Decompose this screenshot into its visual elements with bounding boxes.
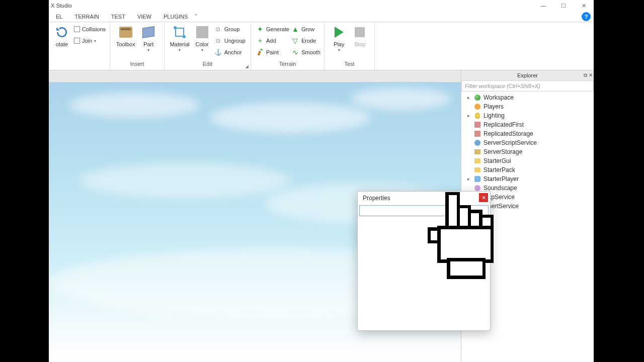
erode-button[interactable]: ▽Erode xyxy=(291,36,320,46)
toolbox-icon xyxy=(118,24,134,40)
grow-label: Grow xyxy=(301,26,314,32)
smooth-button[interactable]: ∿Smooth xyxy=(291,47,320,57)
tree-item-replicatedstorage[interactable]: ReplicatedStorage xyxy=(461,129,594,138)
play-button[interactable]: Play xyxy=(330,24,349,52)
menu-tab-plugins[interactable]: PLUGINS xyxy=(157,11,194,22)
maximize-button[interactable]: ☐ xyxy=(553,0,574,11)
rotate-label: otate xyxy=(56,41,68,47)
tree-item-serverscriptservice[interactable]: ServerScriptService xyxy=(461,138,594,147)
app-window: X Studio — ☐ ✕ EL TERRAIN TEST VIEW PLUG… xyxy=(49,0,594,362)
close-button[interactable]: ✕ xyxy=(574,0,594,11)
ribbon-group-edit: Material Color ⧉Group ⧉Ungroup ⚓Anchor E… xyxy=(165,22,251,70)
color-button[interactable]: Color xyxy=(192,24,212,52)
group-label-edit: Edit◢ xyxy=(169,61,247,69)
globe-icon xyxy=(473,94,481,102)
material-label: Material xyxy=(170,41,190,47)
grow-button[interactable]: ▲Grow xyxy=(291,24,320,34)
color-icon xyxy=(194,24,210,40)
generate-button[interactable]: ✦Generate xyxy=(256,24,289,34)
stop-button[interactable]: Stop xyxy=(351,24,370,47)
tree-item-players[interactable]: Players xyxy=(461,102,594,111)
generate-icon: ✦ xyxy=(256,25,264,33)
tree-item-label: ServerStorage xyxy=(484,148,522,155)
tree-item-starterplayer[interactable]: ▸StarterPlayer xyxy=(461,174,594,184)
join-toggle[interactable]: Join ▾ xyxy=(74,36,106,46)
group-label-insert: Insert xyxy=(114,61,160,69)
tree-item-label: StarterPlayer xyxy=(484,175,519,183)
ribbon-collapse-icon[interactable]: ⌃ xyxy=(194,13,198,20)
properties-title: Properties xyxy=(363,195,390,202)
window-title: X Studio xyxy=(51,3,72,9)
menu-tab-terrain[interactable]: TERRAIN xyxy=(68,11,105,22)
part-button[interactable]: Part xyxy=(138,24,159,52)
group-icon: ⧉ xyxy=(214,25,222,33)
ribbon-group-insert: Toolbox Part Insert xyxy=(110,22,165,70)
panel-undock-icon[interactable]: ⧉ xyxy=(584,72,587,78)
erode-icon: ▽ xyxy=(291,37,299,45)
paint-button[interactable]: Paint xyxy=(256,47,289,57)
collisions-label: Collisions xyxy=(82,26,106,32)
tree-item-label: ReplicatedStorage xyxy=(484,130,533,137)
dialog-launcher-icon[interactable]: ◢ xyxy=(245,64,249,69)
color-label: Color xyxy=(195,41,208,47)
join-label: Join xyxy=(82,38,92,44)
menu-tab-model[interactable]: EL xyxy=(50,11,68,22)
play-icon xyxy=(331,24,347,40)
tree-item-starterpack[interactable]: StarterPack xyxy=(461,165,594,174)
erode-label: Erode xyxy=(301,38,316,44)
ungroup-button[interactable]: ⧉Ungroup xyxy=(214,36,246,46)
rep-icon xyxy=(473,121,481,129)
menu-bar: EL TERRAIN TEST VIEW PLUGINS ⌃ ? xyxy=(49,11,594,22)
material-button[interactable]: Material xyxy=(170,24,190,52)
box-icon xyxy=(473,148,481,156)
smooth-label: Smooth xyxy=(301,49,320,55)
tree-item-label: StarterPack xyxy=(484,166,515,173)
folder-icon xyxy=(473,157,481,165)
collisions-toggle[interactable]: Collisions xyxy=(74,24,106,34)
properties-title-bar[interactable]: Properties ✕ xyxy=(358,192,490,205)
tree-item-replicatedfirst[interactable]: ReplicatedFirst xyxy=(461,120,594,129)
gear-icon xyxy=(473,139,481,147)
rotate-button[interactable]: otate xyxy=(54,24,70,47)
paint-icon xyxy=(256,48,264,56)
ribbon-group-test: Play Stop Test xyxy=(325,22,375,70)
menu-tab-view[interactable]: VIEW xyxy=(131,11,157,22)
minimize-button[interactable]: — xyxy=(533,0,553,11)
checkbox-icon xyxy=(74,26,80,32)
help-icon[interactable]: ? xyxy=(582,12,591,21)
toolbox-label: Toolbox xyxy=(116,41,135,47)
grow-icon: ▲ xyxy=(291,25,299,33)
folder-icon xyxy=(473,166,481,174)
generate-label: Generate xyxy=(266,26,289,32)
material-icon xyxy=(172,24,188,40)
expander-icon[interactable]: ▸ xyxy=(465,113,471,118)
expander-icon[interactable]: ▸ xyxy=(465,95,471,100)
expander-icon[interactable]: ▸ xyxy=(465,176,471,182)
tree-item-label: ServerScriptService xyxy=(484,139,537,146)
menu-tab-test[interactable]: TEST xyxy=(105,11,131,22)
properties-filter-input[interactable] xyxy=(359,205,489,216)
ribbon-group-terrain: ✦Generate ＋Add Paint ▲Grow ▽Erode ∿Smoot… xyxy=(251,22,325,70)
add-terrain-button[interactable]: ＋Add xyxy=(256,36,289,46)
group-button[interactable]: ⧉Group xyxy=(214,24,246,34)
toolbox-button[interactable]: Toolbox xyxy=(115,24,136,47)
tree-item-startergui[interactable]: StarterGui xyxy=(461,156,594,165)
tree-item-serverstorage[interactable]: ServerStorage xyxy=(461,147,594,156)
part-label: Part xyxy=(143,41,153,47)
part-icon xyxy=(140,24,156,40)
panel-close-icon[interactable]: ✕ xyxy=(589,72,593,78)
title-bar: X Studio — ☐ ✕ xyxy=(49,0,594,11)
tree-item-workspace[interactable]: ▸Workspace xyxy=(461,93,594,102)
tree-item-label: Players xyxy=(484,103,504,110)
rotate-icon xyxy=(54,24,70,40)
rep-icon xyxy=(473,130,481,138)
group-label-test: Test xyxy=(329,61,370,69)
viewport-tabstrip[interactable] xyxy=(49,70,461,82)
explorer-filter-input[interactable] xyxy=(461,80,594,92)
tree-item-lighting[interactable]: ▸Lighting xyxy=(461,111,594,120)
group-label-terrain: Terrain xyxy=(255,61,320,69)
properties-window[interactable]: Properties ✕ xyxy=(357,191,491,331)
anchor-button[interactable]: ⚓Anchor xyxy=(214,47,246,57)
group-label: Group xyxy=(224,26,240,32)
properties-close-button[interactable]: ✕ xyxy=(479,193,488,202)
